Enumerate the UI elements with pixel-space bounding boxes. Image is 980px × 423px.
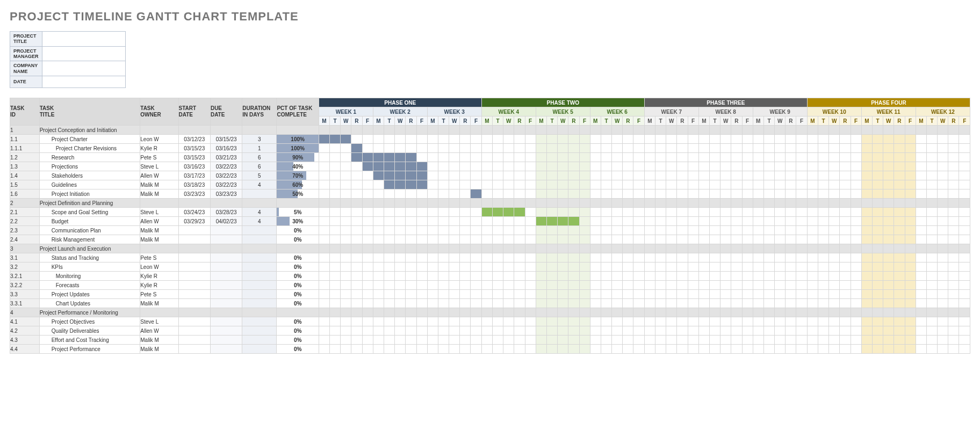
- gantt-cell: [763, 345, 774, 354]
- gantt-cell: [319, 326, 329, 336]
- duration: [242, 235, 277, 244]
- gantt-cell: [319, 217, 329, 226]
- gantt-cell: [546, 345, 557, 354]
- gantt-cell: [395, 171, 406, 180]
- gantt-cell: [612, 281, 623, 290]
- gantt-cell: [623, 326, 633, 336]
- meta-value[interactable]: [42, 46, 126, 61]
- task-row: 1.5GuidelinesMalik M03/18/2303/22/23460%: [10, 180, 970, 189]
- gantt-cell: [753, 326, 763, 336]
- pct-complete: 0%: [277, 345, 319, 354]
- gantt-cell: [427, 317, 438, 326]
- gantt-cell: [948, 226, 959, 235]
- gantt-cell: [330, 162, 341, 171]
- gantt-cell: [330, 253, 341, 262]
- gantt-cell: [612, 162, 623, 171]
- gantt-cell: [720, 226, 731, 235]
- gantt-cell: [471, 326, 481, 336]
- gantt-cell: [460, 189, 471, 199]
- gantt-cell: [763, 208, 774, 217]
- task-title: Scope and Goal Setting: [39, 208, 140, 217]
- gantt-cell: [666, 317, 677, 326]
- gantt-cell: [709, 290, 720, 299]
- gantt-cell: [514, 253, 525, 262]
- gantt-cell: [807, 208, 818, 217]
- gantt-cell: [840, 208, 851, 217]
- gantt-cell: [330, 281, 341, 290]
- gantt-cell: [948, 345, 959, 354]
- gantt-cell: [905, 235, 916, 244]
- gantt-cell: [861, 326, 872, 336]
- gantt-cell: [905, 208, 916, 217]
- column-header: TASKTITLE: [39, 98, 140, 126]
- gantt-cell: [438, 272, 449, 281]
- gantt-cell: [438, 135, 449, 144]
- gantt-cell: [384, 317, 394, 326]
- gantt-cell: [460, 290, 471, 299]
- gantt-cell: [775, 162, 786, 171]
- day-header: F: [416, 116, 427, 126]
- gantt-cell: [623, 272, 633, 281]
- gantt-cell: [590, 171, 601, 180]
- gantt-cell: [449, 253, 460, 262]
- meta-label: DATE: [10, 76, 42, 88]
- gantt-cell: [416, 272, 427, 281]
- gantt-cell: [362, 144, 373, 153]
- gantt-cell: [840, 144, 851, 153]
- gantt-cell: [763, 336, 774, 345]
- gantt-cell: [558, 317, 568, 326]
- gantt-cell: [763, 272, 774, 281]
- meta-value[interactable]: [42, 32, 126, 47]
- gantt-cell: [677, 235, 688, 244]
- gantt-cell: [568, 336, 579, 345]
- gantt-cell: [644, 226, 655, 235]
- gantt-cell: [698, 317, 709, 326]
- gantt-cell: [861, 272, 872, 281]
- gantt-cell: [373, 262, 384, 272]
- gantt-cell: [612, 299, 623, 308]
- gantt-cell: [861, 162, 872, 171]
- day-header: F: [688, 116, 698, 126]
- gantt-cell: [731, 171, 742, 180]
- gantt-cell: [926, 272, 937, 281]
- gantt-cell: [406, 144, 416, 153]
- gantt-cell: [416, 281, 427, 290]
- gantt-cell: [796, 144, 807, 153]
- gantt-cell: [514, 281, 525, 290]
- gantt-cell: [525, 345, 536, 354]
- gantt-cell: [829, 253, 840, 262]
- gantt-cell: [742, 180, 753, 189]
- gantt-cell: [926, 253, 937, 262]
- gantt-cell: [460, 208, 471, 217]
- gantt-cell: [688, 253, 698, 262]
- gantt-cell: [579, 171, 590, 180]
- gantt-cell: [883, 345, 894, 354]
- gantt-cell: [938, 262, 948, 272]
- gantt-cell: [883, 217, 894, 226]
- gantt-cell: [319, 317, 329, 326]
- gantt-cell: [568, 299, 579, 308]
- gantt-cell: [872, 162, 883, 171]
- meta-value[interactable]: [42, 76, 126, 88]
- gantt-cell: [851, 180, 861, 189]
- gantt-cell: [623, 226, 633, 235]
- pct-complete: 0%: [277, 299, 319, 308]
- gantt-cell: [796, 281, 807, 290]
- gantt-cell: [894, 262, 905, 272]
- meta-value[interactable]: [42, 61, 126, 76]
- gantt-cell: [558, 281, 568, 290]
- day-header: M: [698, 116, 709, 126]
- gantt-cell: [807, 135, 818, 144]
- due-date: [210, 253, 242, 262]
- gantt-cell: [623, 153, 633, 162]
- gantt-cell: [959, 299, 970, 308]
- gantt-cell: [319, 208, 329, 217]
- gantt-cell: [351, 299, 362, 308]
- gantt-cell: [536, 317, 546, 326]
- gantt-cell: [503, 208, 514, 217]
- gantt-cell: [395, 253, 406, 262]
- gantt-cell: [525, 189, 536, 199]
- gantt-cell: [590, 317, 601, 326]
- gantt-cell: [373, 299, 384, 308]
- gantt-cell: [666, 253, 677, 262]
